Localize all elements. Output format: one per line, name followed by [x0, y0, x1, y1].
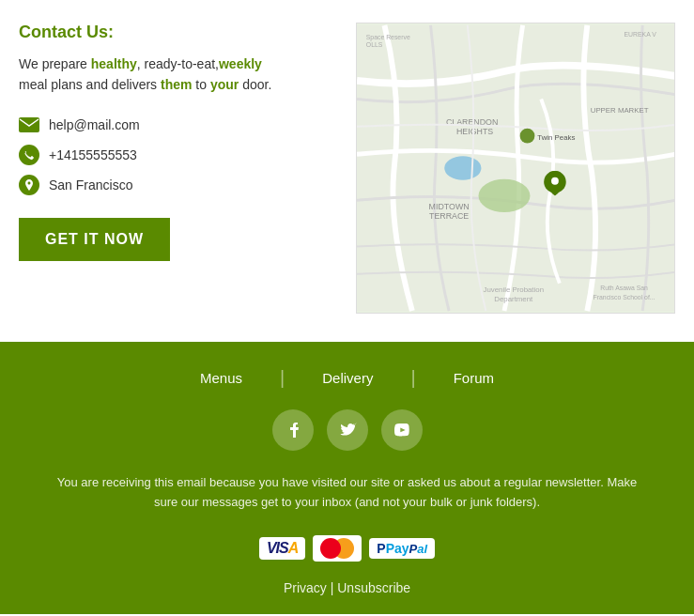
contact-email: help@mail.com [49, 117, 140, 132]
svg-point-1 [19, 145, 39, 165]
svg-text:Space Reserve: Space Reserve [365, 34, 409, 41]
svg-text:UPPER MARKET: UPPER MARKET [590, 106, 648, 115]
phone-icon [19, 145, 39, 165]
footer-links: Privacy | Unsubscribe [19, 580, 675, 595]
svg-point-16 [519, 129, 534, 144]
svg-point-5 [444, 156, 481, 180]
contact-email-item: help@mail.com [19, 115, 337, 135]
twitter-icon [338, 421, 357, 439]
svg-text:MIDTOWN: MIDTOWN [428, 202, 469, 211]
svg-point-4 [478, 179, 530, 212]
contact-phone: +14155555553 [49, 147, 137, 162]
youtube-icon [393, 421, 411, 439]
payment-icons: VISA PPayPal [19, 535, 675, 562]
mastercard-badge [313, 535, 362, 562]
svg-text:Department: Department [494, 295, 533, 303]
footer-nav-delivery[interactable]: Delivery [285, 370, 410, 386]
map-image: CLARENDON HEIGHTS MIDTOWN TERRACE UPPER … [357, 23, 675, 313]
contact-location-item: San Francisco [19, 175, 337, 195]
visa-badge: VISA [259, 537, 305, 560]
privacy-link[interactable]: Privacy [284, 580, 327, 595]
footer-link-separator: | [327, 580, 337, 595]
svg-text:Twin Peaks: Twin Peaks [537, 133, 575, 142]
contact-description: We prepare healthy, ready-to-eat,weeklym… [19, 54, 337, 96]
footer-nav: Menus | Delivery | Forum [19, 368, 675, 387]
svg-point-15 [551, 177, 559, 185]
contact-info-list: help@mail.com +14155555553 San Francisco [19, 115, 337, 195]
svg-text:Juvenile Probation: Juvenile Probation [483, 285, 543, 294]
map-container: CLARENDON HEIGHTS MIDTOWN TERRACE UPPER … [356, 23, 676, 314]
twitter-button[interactable] [327, 409, 368, 451]
footer-nav-forum[interactable]: Forum [416, 370, 532, 386]
youtube-button[interactable] [381, 409, 423, 451]
contact-phone-item: +14155555553 [19, 145, 337, 165]
get-it-now-button[interactable]: GET IT NOW [19, 218, 170, 261]
svg-text:HEIGHTS: HEIGHTS [455, 127, 492, 136]
footer: Menus | Delivery | Forum You are receivi… [0, 342, 694, 614]
mc-circle-red [320, 538, 341, 559]
contact-section: Contact Us: We prepare healthy, ready-to… [0, 0, 694, 342]
location-icon [19, 175, 39, 195]
footer-disclaimer: You are receiving this email because you… [47, 473, 648, 513]
svg-rect-0 [19, 117, 39, 132]
unsubscribe-link[interactable]: Unsubscribe [337, 580, 410, 595]
contact-location: San Francisco [49, 177, 132, 192]
contact-title: Contact Us: [19, 23, 337, 42]
svg-text:Ruth Asawa San: Ruth Asawa San [600, 285, 648, 291]
footer-nav-menus[interactable]: Menus [162, 370, 280, 386]
contact-left: Contact Us: We prepare healthy, ready-to… [19, 23, 337, 314]
svg-text:Francisco School of...: Francisco School of... [593, 294, 655, 300]
svg-text:EUREKA V: EUREKA V [624, 31, 656, 38]
social-icons [19, 409, 675, 451]
facebook-icon [284, 421, 302, 439]
paypal-badge: PPayPal [369, 538, 435, 559]
svg-text:TERRACE: TERRACE [429, 211, 469, 221]
email-icon [19, 115, 39, 135]
facebook-button[interactable] [272, 409, 314, 451]
svg-text:OLLS: OLLS [365, 41, 382, 48]
